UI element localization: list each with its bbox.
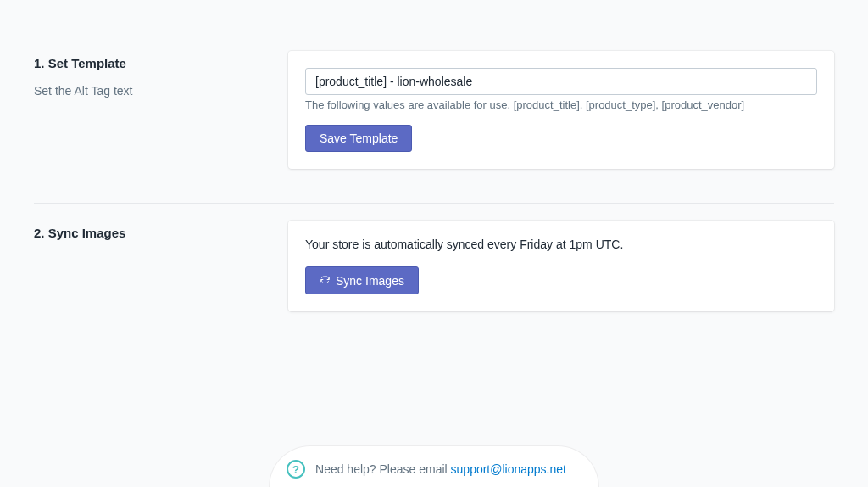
sync-images-section: 2. Sync Images Your store is automatical…: [34, 221, 834, 342]
set-template-card: The following values are available for u…: [288, 51, 834, 169]
alt-tag-template-input[interactable]: [305, 68, 817, 95]
sync-schedule-text: Your store is automatically synced every…: [305, 238, 817, 251]
sync-images-button-label: Sync Images: [336, 275, 404, 287]
set-template-header: 1. Set Template Set the Alt Tag text: [34, 51, 288, 169]
support-email-link[interactable]: support@lionapps.net: [451, 462, 566, 476]
save-template-button[interactable]: Save Template: [305, 125, 412, 152]
template-helper-text: The following values are available for u…: [305, 98, 817, 111]
help-icon: ?: [287, 460, 305, 479]
sync-icon: [320, 274, 331, 287]
sync-images-card: Your store is automatically synced every…: [288, 221, 834, 311]
save-template-button-label: Save Template: [320, 132, 398, 144]
set-template-description: Set the Alt Tag text: [34, 84, 268, 98]
settings-container: 1. Set Template Set the Alt Tag text The…: [0, 0, 868, 342]
sync-images-button[interactable]: Sync Images: [305, 266, 419, 294]
set-template-heading: 1. Set Template: [34, 56, 268, 70]
sync-images-heading: 2. Sync Images: [34, 226, 268, 240]
help-pill: ? Need help? Please email support@lionap…: [269, 445, 599, 487]
set-template-section: 1. Set Template Set the Alt Tag text The…: [34, 34, 834, 204]
help-text: Need help? Please email support@lionapps…: [315, 462, 566, 476]
sync-images-header: 2. Sync Images: [34, 221, 288, 311]
